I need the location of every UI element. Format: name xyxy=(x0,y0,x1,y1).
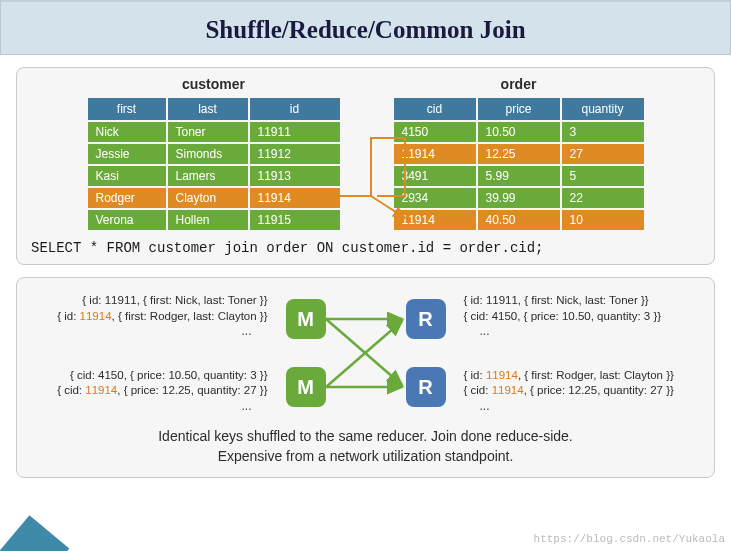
cell: Clayton xyxy=(168,188,248,208)
cell: 11915 xyxy=(250,210,340,230)
ellipsis: ... xyxy=(464,324,699,338)
title-bar: Shuffle/Reduce/Common Join xyxy=(0,0,731,55)
tuple: { id: 11914, { first: Rodger, last: Clay… xyxy=(464,368,699,384)
customer-table-title: customer xyxy=(86,76,342,92)
cell: 10 xyxy=(562,210,644,230)
table-row: JessieSimonds11912 xyxy=(88,144,340,164)
cell: 3 xyxy=(562,122,644,142)
caption-line1: Identical keys shuffled to the same redu… xyxy=(158,428,573,444)
cell: 10.50 xyxy=(478,122,560,142)
order-table-block: order cid price quantity 415010.50311914… xyxy=(392,76,646,232)
mapper-input-col: { id: 11911, { first: Nick, last: Toner … xyxy=(33,293,268,413)
tuple: { id: 11911, { first: Nick, last: Toner … xyxy=(464,293,699,309)
cell: Jessie xyxy=(88,144,166,164)
cell: 40.50 xyxy=(478,210,560,230)
cell: Lamers xyxy=(168,166,248,186)
cell: Hollen xyxy=(168,210,248,230)
cell: Kasi xyxy=(88,166,166,186)
tables-section: customer first last id NickToner11911Jes… xyxy=(16,67,715,265)
table-row: RodgerClayton11914 xyxy=(88,188,340,208)
order-table: cid price quantity 415010.5031191412.252… xyxy=(392,96,646,232)
cell: 4150 xyxy=(394,122,476,142)
page-title: Shuffle/Reduce/Common Join xyxy=(1,16,730,44)
customer-th-first: first xyxy=(88,98,166,120)
mapper-node: M xyxy=(286,367,326,407)
svg-line-2 xyxy=(326,319,402,385)
mapper-node: M xyxy=(286,299,326,339)
corner-decoration xyxy=(0,515,69,551)
ellipsis: ... xyxy=(464,399,699,413)
tuple: { id: 11914, { first: Rodger, last: Clay… xyxy=(33,309,268,325)
ellipsis: ... xyxy=(33,399,268,413)
table-row: VeronaHollen11915 xyxy=(88,210,340,230)
table-row: 1191412.2527 xyxy=(394,144,644,164)
table-row: 1191440.5010 xyxy=(394,210,644,230)
tuple: { cid: 4150, { price: 10.50, quantity: 3… xyxy=(33,368,268,384)
table-row: NickToner11911 xyxy=(88,122,340,142)
tuple: { id: 11911, { first: Nick, last: Toner … xyxy=(33,293,268,309)
cell: 11912 xyxy=(250,144,340,164)
cell: 2934 xyxy=(394,188,476,208)
cell: 11914 xyxy=(394,210,476,230)
cell: 27 xyxy=(562,144,644,164)
caption: Identical keys shuffled to the same redu… xyxy=(29,426,702,467)
cell: 3491 xyxy=(394,166,476,186)
cell: Toner xyxy=(168,122,248,142)
table-row: 34915.995 xyxy=(394,166,644,186)
cell: 22 xyxy=(562,188,644,208)
customer-table: first last id NickToner11911JessieSimond… xyxy=(86,96,342,232)
customer-th-last: last xyxy=(168,98,248,120)
cell: 5 xyxy=(562,166,644,186)
table-row: 293439.9922 xyxy=(394,188,644,208)
cell: 11914 xyxy=(394,144,476,164)
tuple: { cid: 11914, { price: 12.25, quantity: … xyxy=(33,383,268,399)
table-row: KasiLamers11913 xyxy=(88,166,340,186)
ellipsis: ... xyxy=(33,324,268,338)
cell: 39.99 xyxy=(478,188,560,208)
mapreduce-section: { id: 11911, { first: Nick, last: Toner … xyxy=(16,277,715,478)
reducer-node: R xyxy=(406,367,446,407)
cell: 5.99 xyxy=(478,166,560,186)
tuple: { cid: 4150, { price: 10.50, quantity: 3… xyxy=(464,309,699,325)
reducer-output-col: { id: 11911, { first: Nick, last: Toner … xyxy=(464,293,699,413)
customer-table-block: customer first last id NickToner11911Jes… xyxy=(86,76,342,232)
tuple: { cid: 11914, { price: 12.25, quantity: … xyxy=(464,383,699,399)
order-th-price: price xyxy=(478,98,560,120)
cell: Verona xyxy=(88,210,166,230)
order-th-quantity: quantity xyxy=(562,98,644,120)
cell: 11913 xyxy=(250,166,340,186)
order-th-cid: cid xyxy=(394,98,476,120)
cell: 11914 xyxy=(250,188,340,208)
customer-th-id: id xyxy=(250,98,340,120)
order-table-title: order xyxy=(392,76,646,92)
cell: 12.25 xyxy=(478,144,560,164)
watermark: https://blog.csdn.net/Yukaola xyxy=(534,533,725,545)
reducer-node: R xyxy=(406,299,446,339)
sql-statement: SELECT * FROM customer join order ON cus… xyxy=(31,240,700,256)
svg-line-3 xyxy=(326,321,402,387)
caption-line2: Expensive from a network utilization sta… xyxy=(218,448,514,464)
cell: Rodger xyxy=(88,188,166,208)
shuffle-diagram: M M R R xyxy=(276,293,456,413)
table-row: 415010.503 xyxy=(394,122,644,142)
cell: Simonds xyxy=(168,144,248,164)
cell: 11911 xyxy=(250,122,340,142)
cell: Nick xyxy=(88,122,166,142)
